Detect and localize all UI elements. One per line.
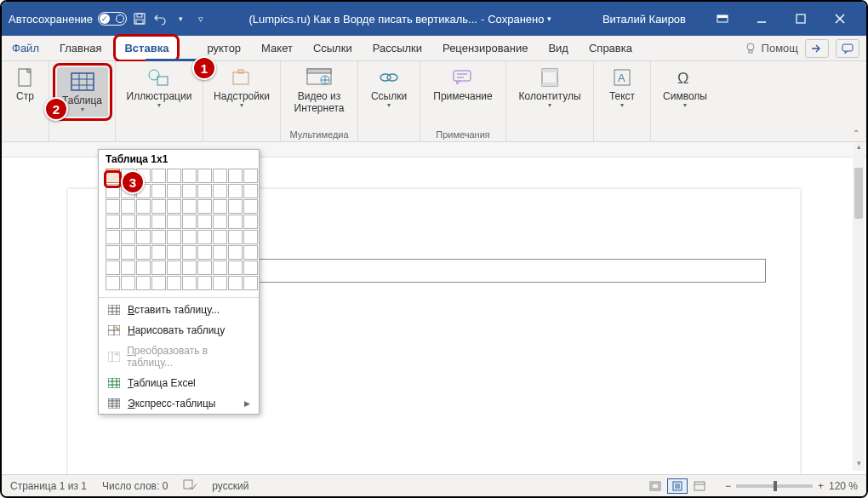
grid-cell[interactable] <box>167 215 181 229</box>
grid-cell[interactable] <box>213 169 227 183</box>
grid-cell[interactable] <box>182 276 197 290</box>
grid-cell[interactable] <box>121 215 135 229</box>
grid-cell[interactable] <box>197 215 212 229</box>
customize-qat-icon[interactable]: ▿ <box>193 11 208 26</box>
grid-cell[interactable] <box>151 260 166 275</box>
grid-cell[interactable] <box>121 230 135 244</box>
grid-cell[interactable] <box>213 245 227 260</box>
maximize-button[interactable] <box>781 2 820 36</box>
grid-cell[interactable] <box>106 215 120 229</box>
grid-cell[interactable] <box>151 276 166 290</box>
grid-cell[interactable] <box>228 245 243 260</box>
grid-cell[interactable] <box>213 230 227 244</box>
grid-cell[interactable] <box>167 276 181 290</box>
scroll-thumb[interactable] <box>854 168 863 219</box>
grid-cell[interactable] <box>151 230 166 244</box>
grid-cell[interactable] <box>121 276 135 290</box>
grid-cell[interactable] <box>151 169 166 183</box>
grid-cell[interactable] <box>182 215 197 229</box>
grid-cell[interactable] <box>182 245 197 260</box>
grid-cell[interactable] <box>182 184 197 198</box>
grid-cell[interactable] <box>167 260 181 275</box>
spellcheck-icon[interactable] <box>183 478 197 493</box>
grid-cell[interactable] <box>167 184 181 198</box>
grid-cell[interactable] <box>228 199 243 214</box>
grid-cell[interactable] <box>136 260 151 275</box>
tab-review[interactable]: Рецензирование <box>432 36 538 60</box>
grid-cell[interactable] <box>151 184 166 198</box>
grid-cell[interactable] <box>182 199 197 214</box>
ribbon-display-icon[interactable] <box>703 2 742 36</box>
view-print-icon[interactable] <box>667 478 688 494</box>
grid-cell[interactable] <box>106 276 120 290</box>
grid-cell[interactable] <box>228 260 243 275</box>
zoom-out-button[interactable]: − <box>725 480 731 492</box>
grid-cell[interactable] <box>182 230 197 244</box>
slider-handle[interactable] <box>774 481 777 491</box>
grid-cell[interactable] <box>228 169 243 183</box>
collapse-ribbon-icon[interactable]: ⌃ <box>853 129 859 138</box>
grid-cell[interactable] <box>243 245 258 260</box>
grid-cell[interactable] <box>167 199 181 214</box>
grid-cell[interactable] <box>197 184 212 198</box>
comments-button[interactable] <box>836 39 859 58</box>
grid-cell[interactable] <box>243 276 258 290</box>
user-name[interactable]: Виталий Каиров <box>602 13 686 26</box>
grid-cell[interactable] <box>182 169 197 183</box>
links-button[interactable]: Ссылки ▾ <box>365 63 413 112</box>
grid-cell[interactable] <box>197 169 212 183</box>
grid-cell[interactable] <box>106 199 120 214</box>
share-button[interactable] <box>805 39 829 58</box>
menu-excel-table[interactable]: Таблица Excel <box>99 373 259 393</box>
tab-help[interactable]: Справка <box>579 36 642 60</box>
vertical-scrollbar[interactable]: ▴ ▾ <box>853 142 865 471</box>
grid-cell[interactable] <box>243 260 258 275</box>
addins-button[interactable]: Надстройки ▾ <box>210 63 273 112</box>
grid-cell[interactable] <box>136 276 151 290</box>
grid-cell[interactable] <box>182 260 197 275</box>
grid-cell[interactable] <box>106 230 120 244</box>
tab-constructor-partial[interactable]: руктор <box>181 36 251 60</box>
grid-cell[interactable] <box>228 184 243 198</box>
tell-me-search[interactable]: Помощ <box>745 42 798 54</box>
grid-cell[interactable] <box>243 184 258 198</box>
minimize-button[interactable] <box>742 2 781 36</box>
chevron-down-icon[interactable]: ▾ <box>547 14 551 23</box>
menu-quick-tables[interactable]: Экспресс-таблицы ▶ <box>99 393 259 414</box>
tab-mailings[interactable]: Рассылки <box>363 36 432 60</box>
grid-cell[interactable] <box>106 245 120 260</box>
grid-cell[interactable] <box>228 215 243 229</box>
grid-cell[interactable] <box>243 169 258 183</box>
grid-cell[interactable] <box>136 245 151 260</box>
tab-references[interactable]: Ссылки <box>303 36 363 60</box>
grid-cell[interactable] <box>197 276 212 290</box>
grid-cell[interactable] <box>228 230 243 244</box>
tab-layout[interactable]: Макет <box>251 36 303 60</box>
zoom-in-button[interactable]: + <box>818 480 824 492</box>
zoom-slider[interactable] <box>736 484 813 488</box>
headers-button[interactable]: Колонтитулы ▾ <box>513 63 586 112</box>
grid-cell[interactable] <box>213 276 227 290</box>
grid-cell[interactable] <box>167 169 181 183</box>
grid-cell[interactable] <box>228 276 243 290</box>
symbols-button[interactable]: Ω Символы ▾ <box>658 63 712 112</box>
tab-view[interactable]: Вид <box>538 36 579 60</box>
tab-home[interactable]: Главная <box>49 36 111 60</box>
grid-cell[interactable] <box>197 260 212 275</box>
grid-cell[interactable] <box>213 199 227 214</box>
undo-icon[interactable] <box>152 11 168 26</box>
grid-cell[interactable] <box>243 199 258 214</box>
comment-button[interactable]: Примечание <box>427 63 499 106</box>
tab-file[interactable]: Файл <box>2 36 49 60</box>
autosave-toggle[interactable]: Автосохранение ✓ <box>9 12 127 26</box>
grid-cell[interactable] <box>243 215 258 229</box>
grid-cell[interactable] <box>197 245 212 260</box>
grid-cell[interactable] <box>151 245 166 260</box>
menu-insert-table[interactable]: Вставить таблицу... <box>99 300 259 320</box>
online-video-button[interactable]: Видео из Интернета <box>288 63 351 117</box>
grid-cell[interactable] <box>121 245 135 260</box>
scroll-down-icon[interactable]: ▾ <box>853 459 865 471</box>
grid-cell[interactable] <box>136 199 151 214</box>
menu-draw-table[interactable]: Нарисовать таблицу <box>99 320 259 341</box>
grid-cell[interactable] <box>151 199 166 214</box>
